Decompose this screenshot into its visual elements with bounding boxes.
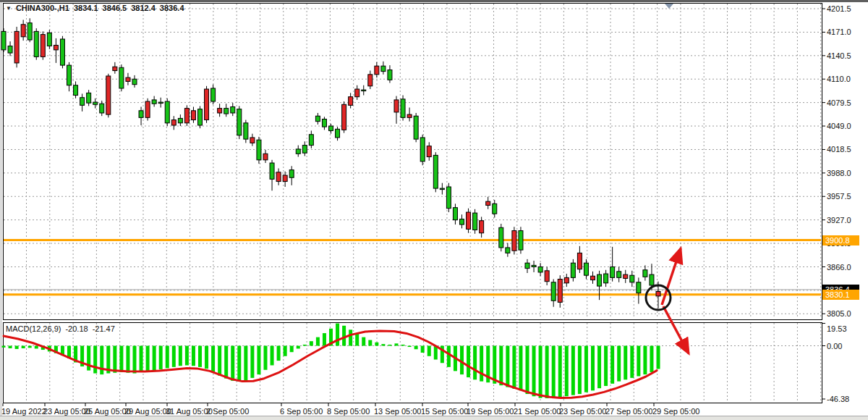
symbol-header: ▼ CHINA300-,H1 3834.1 3846.5 3812.4 3836… (6, 4, 184, 12)
symbol-period-label: CHINA300-,H1 (16, 4, 69, 12)
ohlc-low: 3812.4 (131, 4, 156, 12)
resistance-price-tag: 3900.8 (822, 235, 859, 245)
ohlc-high: 3846.5 (103, 4, 127, 12)
mt4-chart-window: ▼ CHINA300-,H1 3834.1 3846.5 3812.4 3836… (0, 0, 868, 420)
macd-indicator-label: MACD(12,26,9) -20.18 -21.47 (6, 324, 115, 333)
symbol-dropdown-icon[interactable]: ▼ (6, 5, 12, 12)
ohlc-close: 3836.4 (160, 4, 184, 12)
macd-name: MACD(12,26,9) (6, 324, 61, 333)
macd-value: -20.18 (65, 324, 88, 333)
macd-signal-value: -21.47 (93, 324, 115, 333)
support-price-tag: 3830.1 (822, 290, 859, 300)
ohlc-open: 3834.1 (74, 4, 98, 12)
